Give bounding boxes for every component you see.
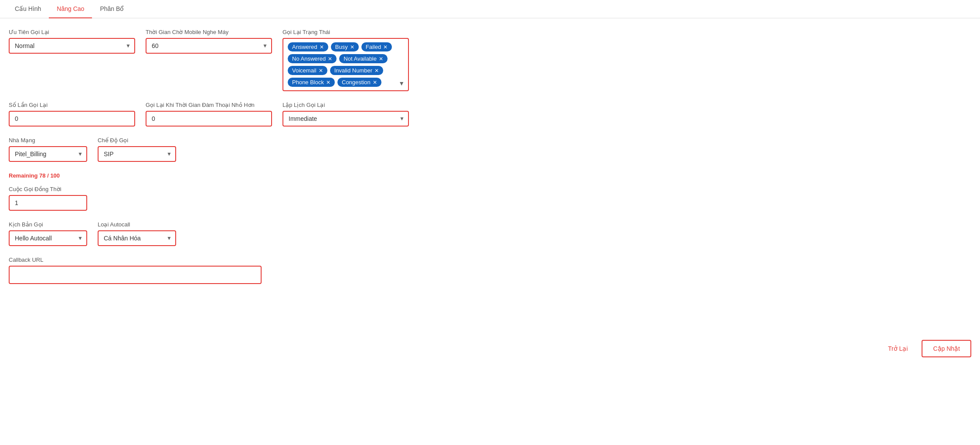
tag-invalid-number-label: Invalid Number xyxy=(334,67,372,74)
loai-autocall-select[interactable]: Cá Nhân Hóa Thông Thường IVR xyxy=(98,230,176,246)
kich-ban-label: Kịch Bản Gọi xyxy=(9,221,87,228)
tag-busy-label: Busy xyxy=(335,44,348,50)
remaining-highlight: 100 xyxy=(50,172,60,179)
tag-failed-label: Failed xyxy=(366,44,381,50)
tag-failed-close-icon[interactable]: ✕ xyxy=(383,44,388,50)
tag-not-available-label: Not Available xyxy=(344,55,377,62)
tab-nang-cao[interactable]: Nâng Cao xyxy=(49,0,92,18)
goi-lai-khi-group: Gọi Lại Khi Thời Gian Đàm Thoại Nhỏ Hơn xyxy=(146,102,272,127)
cuoc-goi-dong-thoi-group: Cuộc Gọi Đồng Thời xyxy=(9,186,971,211)
tag-phone-block[interactable]: Phone Block ✕ xyxy=(288,78,335,87)
callback-url-group: Callback URL xyxy=(9,257,971,284)
back-button[interactable]: Trở Lại xyxy=(879,340,916,357)
tag-not-available-close-icon[interactable]: ✕ xyxy=(379,56,383,62)
uu-tien-select-wrapper[interactable]: Normal High Low ▼ xyxy=(9,38,135,54)
tag-congestion-close-icon[interactable]: ✕ xyxy=(373,80,377,85)
kich-ban-goi-group: Kịch Bản Gọi Hello Autocall Script 2 Scr… xyxy=(9,221,87,246)
lap-lich-goi-lai-group: Lập Lịch Gọi Lại Immediate Scheduled ▼ xyxy=(282,102,409,127)
so-lan-goi-lai-group: Số Lần Gọi Lại xyxy=(9,102,135,127)
tag-no-answered-close-icon[interactable]: ✕ xyxy=(328,56,332,62)
goi-lai-khi-label: Gọi Lại Khi Thời Gian Đàm Thoại Nhỏ Hơn xyxy=(146,102,272,108)
uu-tien-goi-lai-group: Ưu Tiên Gọi Lại Normal High Low ▼ xyxy=(9,29,135,54)
tag-busy-close-icon[interactable]: ✕ xyxy=(350,44,354,50)
che-do-goi-group: Chế Độ Gọi SIP GSM VoIP ▼ xyxy=(98,137,176,162)
goi-lai-trang-thai-label: Gọi Lại Trạng Thái xyxy=(282,29,409,35)
lap-lich-label: Lập Lịch Gọi Lại xyxy=(282,102,409,108)
tags-chevron-icon: ▼ xyxy=(398,80,405,87)
tag-not-available[interactable]: Not Available ✕ xyxy=(339,54,388,63)
thoi-gian-label: Thời Gian Chờ Mobile Nghe Máy xyxy=(146,29,272,35)
lap-lich-select-wrapper[interactable]: Immediate Scheduled ▼ xyxy=(282,111,409,127)
tag-busy[interactable]: Busy ✕ xyxy=(331,42,359,51)
tag-phone-block-close-icon[interactable]: ✕ xyxy=(326,80,330,85)
tab-phan-bo[interactable]: Phân Bổ xyxy=(92,0,132,18)
uu-tien-select[interactable]: Normal High Low xyxy=(9,38,135,54)
so-lan-input[interactable] xyxy=(9,111,135,127)
tag-failed[interactable]: Failed ✕ xyxy=(361,42,392,51)
tag-no-answered-label: No Answered xyxy=(292,55,326,62)
thoi-gian-select[interactable]: 30 60 90 120 xyxy=(146,38,272,54)
tag-voicemail-label: Voicemail xyxy=(292,67,316,74)
tag-answered[interactable]: Answered ✕ xyxy=(288,42,328,51)
cuoc-goi-input[interactable] xyxy=(9,195,87,211)
tag-answered-label: Answered xyxy=(292,44,317,50)
lap-lich-select[interactable]: Immediate Scheduled xyxy=(282,111,409,127)
tag-invalid-number[interactable]: Invalid Number ✕ xyxy=(330,66,383,75)
tab-bar: Cấu Hình Nâng Cao Phân Bổ xyxy=(0,0,980,18)
tag-congestion-label: Congestion xyxy=(342,79,371,86)
update-button[interactable]: Cập Nhật xyxy=(922,340,971,357)
form-container: Ưu Tiên Gọi Lại Normal High Low ▼ Thời G… xyxy=(0,18,980,305)
footer-buttons: Trở Lại Cập Nhật xyxy=(0,331,980,366)
row-2: Số Lần Gọi Lại Gọi Lại Khi Thời Gian Đàm… xyxy=(9,102,971,127)
tag-answered-close-icon[interactable]: ✕ xyxy=(320,44,324,50)
tags-container[interactable]: Answered ✕ Busy ✕ Failed ✕ No Answered ✕… xyxy=(282,38,409,91)
goi-lai-khi-input[interactable] xyxy=(146,111,272,127)
remaining-text: Remaining 78 / 100 xyxy=(9,172,971,179)
tag-congestion[interactable]: Congestion ✕ xyxy=(337,78,381,87)
cuoc-goi-label: Cuộc Gọi Đồng Thời xyxy=(9,186,971,192)
thoi-gian-select-wrapper[interactable]: 30 60 90 120 ▼ xyxy=(146,38,272,54)
loai-autocall-group: Loại Autocall Cá Nhân Hóa Thông Thường I… xyxy=(98,221,176,246)
uu-tien-label: Ưu Tiên Gọi Lại xyxy=(9,29,135,35)
nha-mang-group: Nhà Mạng Pitel_Billing Viettel Vinaphone… xyxy=(9,137,87,162)
so-lan-label: Số Lần Gọi Lại xyxy=(9,102,135,108)
callback-url-input[interactable] xyxy=(9,266,262,284)
tag-invalid-number-close-icon[interactable]: ✕ xyxy=(374,68,379,73)
che-do-select[interactable]: SIP GSM VoIP xyxy=(98,146,176,162)
goi-lai-trang-thai-group: Gọi Lại Trạng Thái Answered ✕ Busy ✕ Fai… xyxy=(282,29,409,91)
callback-url-label: Callback URL xyxy=(9,257,971,263)
loai-autocall-label: Loại Autocall xyxy=(98,221,176,228)
tag-phone-block-label: Phone Block xyxy=(292,79,324,86)
row-1: Ưu Tiên Gọi Lại Normal High Low ▼ Thời G… xyxy=(9,29,971,91)
nha-mang-label: Nhà Mạng xyxy=(9,137,87,144)
row-4: Kịch Bản Gọi Hello Autocall Script 2 Scr… xyxy=(9,221,971,246)
tag-voicemail[interactable]: Voicemail ✕ xyxy=(288,66,327,75)
thoi-gian-cho-group: Thời Gian Chờ Mobile Nghe Máy 30 60 90 1… xyxy=(146,29,272,54)
tab-cau-hinh[interactable]: Cấu Hình xyxy=(7,0,49,18)
che-do-select-wrapper[interactable]: SIP GSM VoIP ▼ xyxy=(98,146,176,162)
nha-mang-select[interactable]: Pitel_Billing Viettel Vinaphone xyxy=(9,146,87,162)
nha-mang-select-wrapper[interactable]: Pitel_Billing Viettel Vinaphone ▼ xyxy=(9,146,87,162)
kich-ban-select-wrapper[interactable]: Hello Autocall Script 2 Script 3 ▼ xyxy=(9,230,87,246)
tag-no-answered[interactable]: No Answered ✕ xyxy=(288,54,337,63)
che-do-label: Chế Độ Gọi xyxy=(98,137,176,144)
kich-ban-select[interactable]: Hello Autocall Script 2 Script 3 xyxy=(9,230,87,246)
tag-voicemail-close-icon[interactable]: ✕ xyxy=(319,68,323,73)
row-3: Nhà Mạng Pitel_Billing Viettel Vinaphone… xyxy=(9,137,971,162)
loai-autocall-select-wrapper[interactable]: Cá Nhân Hóa Thông Thường IVR ▼ xyxy=(98,230,176,246)
remaining-label: Remaining 78 / xyxy=(9,172,50,179)
